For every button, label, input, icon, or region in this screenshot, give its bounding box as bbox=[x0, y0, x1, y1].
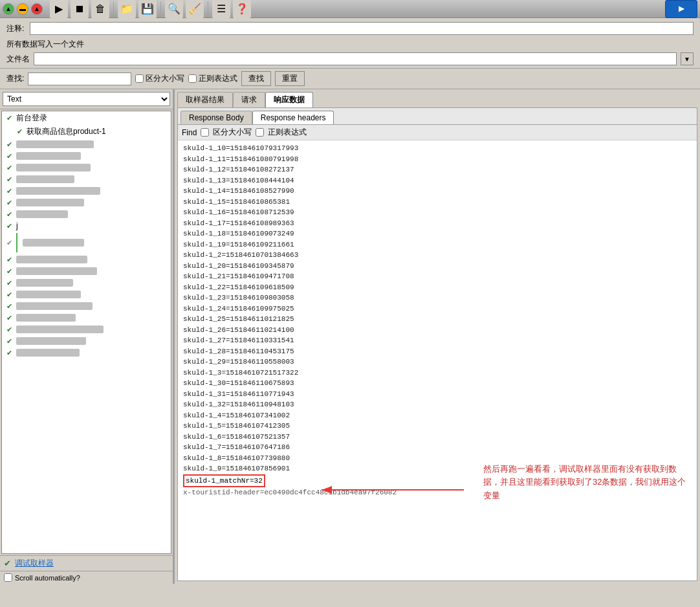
response-line: skuld-1_26=151846110214100 bbox=[183, 325, 692, 336]
find-case-checkbox[interactable] bbox=[201, 128, 209, 137]
minimize-btn[interactable]: ▬ bbox=[17, 3, 28, 15]
start-btn[interactable]: ▶ bbox=[665, 0, 697, 18]
debug-label[interactable]: 调试取样器 bbox=[15, 558, 54, 569]
shield-icon-blur-4: ✔ bbox=[5, 175, 14, 184]
tree-item-blur-4[interactable]: ✔ bbox=[2, 173, 171, 185]
response-line: skuld-1_18=151846109073249 bbox=[183, 228, 692, 239]
search-label: 查找: bbox=[6, 73, 24, 84]
search-input[interactable] bbox=[28, 72, 131, 85]
response-line: skuld-1_5=151846107412305 bbox=[183, 421, 692, 432]
response-line: skuld-1_12=151846108272137 bbox=[183, 164, 692, 175]
tree-item-blur-11[interactable]: ✔ bbox=[2, 277, 171, 289]
scroll-auto-checkbox[interactable] bbox=[4, 573, 12, 582]
sub-tab-response-headers[interactable]: Response headers bbox=[252, 111, 334, 124]
tree-item-blur-1[interactable]: ✔ bbox=[2, 138, 171, 150]
file-label: 文件名 bbox=[6, 54, 30, 65]
response-line: skuld-1_32=151846110948103 bbox=[183, 399, 692, 410]
reset-button[interactable]: 重置 bbox=[275, 71, 305, 86]
tree-item-blur-7[interactable]: ✔ bbox=[2, 208, 171, 220]
response-line: skuld-1_29=151846110558003 bbox=[183, 357, 692, 368]
shield-icon-blur-12: ✔ bbox=[5, 290, 14, 299]
regex-group: 正则表达式 bbox=[188, 73, 237, 84]
shield-icon-product: ✔ bbox=[15, 127, 24, 137]
file-input[interactable] bbox=[34, 52, 677, 65]
tab-request[interactable]: 请求 bbox=[233, 92, 265, 107]
regex-checkbox[interactable] bbox=[188, 74, 197, 83]
tree-item-blur-17[interactable]: ✔ bbox=[2, 347, 171, 359]
response-line: skuld-1_4=151846107341002 bbox=[183, 410, 692, 421]
run-icon[interactable]: ▶ bbox=[50, 0, 68, 18]
top-section: 注释: 所有数据写入一个文件 文件名 ▼ bbox=[0, 18, 700, 69]
view-type-dropdown[interactable]: Text bbox=[3, 92, 170, 106]
tree-item-blur-8[interactable]: ✔ bbox=[2, 232, 171, 254]
broom-icon[interactable]: 🧹 bbox=[186, 0, 204, 18]
tree-item-login[interactable]: ✔ 前台登录 bbox=[2, 111, 171, 125]
find-regex-label: 正则表达式 bbox=[268, 127, 307, 138]
tree-item-blur-9[interactable]: ✔ bbox=[2, 254, 171, 265]
shield-icon-blur-5: ✔ bbox=[5, 186, 14, 195]
response-line: skuld-1_7=151846107647186 bbox=[183, 442, 692, 453]
folder-icon[interactable]: 📁 bbox=[118, 0, 136, 18]
tree-item-blur-5[interactable]: ✔ bbox=[2, 185, 171, 197]
shield-icon-j: ✔ bbox=[5, 221, 14, 230]
response-line: skuld-1_9=151846107856901 bbox=[183, 463, 692, 474]
close-btn[interactable]: ▲ bbox=[31, 3, 43, 15]
help-icon[interactable]: ❓ bbox=[233, 0, 251, 18]
sub-tab-response-body[interactable]: Response Body bbox=[180, 111, 252, 124]
tree-item-blur-16[interactable]: ✔ bbox=[2, 335, 171, 347]
tree-item-blur-10[interactable]: ✔ bbox=[2, 265, 171, 277]
find-button[interactable]: 查找 bbox=[241, 71, 271, 86]
response-line: skuld-1_17=151846108989363 bbox=[183, 218, 692, 229]
shield-icon-blur-15: ✔ bbox=[5, 325, 14, 334]
list-icon[interactable]: ☰ bbox=[212, 0, 230, 18]
tree-item-product[interactable]: ✔ 获取商品信息product-1 bbox=[2, 125, 171, 138]
response-line: skuld-1_15=15184610865381 bbox=[183, 197, 692, 208]
find-regex-checkbox[interactable] bbox=[256, 128, 264, 137]
case-sensitive-checkbox[interactable] bbox=[135, 74, 144, 83]
tree-item-blur-6[interactable]: ✔ bbox=[2, 197, 171, 208]
tree-item-j[interactable]: ✔ j bbox=[2, 220, 171, 232]
notes-input[interactable] bbox=[30, 22, 694, 35]
maximize-btn[interactable]: ▲ bbox=[3, 3, 14, 15]
notes-label: 注释: bbox=[6, 23, 26, 34]
tree-item-blur-15[interactable]: ✔ bbox=[2, 324, 171, 335]
file-row: 文件名 ▼ bbox=[6, 52, 694, 65]
browse-btn[interactable]: ▼ bbox=[681, 52, 694, 65]
main-tabs-row: 取样器结果 请求 响应数据 bbox=[175, 89, 700, 107]
tree-area: ✔ 前台登录 ✔ 获取商品信息product-1 ✔ ✔ ✔ bbox=[1, 111, 171, 554]
tree-item-login-label: 前台登录 bbox=[16, 113, 47, 124]
response-line: skuld-1_30=151846110675893 bbox=[183, 378, 692, 389]
search-icon[interactable]: 🔍 bbox=[165, 0, 183, 18]
find-label: Find bbox=[182, 128, 197, 137]
right-panel: 取样器结果 请求 响应数据 Response Body Response bbox=[175, 89, 700, 584]
clear-icon[interactable]: 🗑 bbox=[91, 0, 109, 18]
tree-item-blur-13[interactable]: ✔ bbox=[2, 300, 171, 312]
tab-sampler-result[interactable]: 取样器结果 bbox=[177, 92, 233, 107]
shield-icon-blur-3: ✔ bbox=[5, 163, 14, 172]
tree-item-blur-14[interactable]: ✔ bbox=[2, 312, 171, 324]
response-content[interactable]: skuld-1_10=1518461079317993skuld-1_11=15… bbox=[178, 140, 697, 580]
tab-response-data[interactable]: 响应数据 bbox=[265, 92, 313, 107]
match-highlight-line: skuld-1_matchNr=32 bbox=[183, 474, 265, 488]
response-line: skuld-1_22=151846109618509 bbox=[183, 282, 692, 293]
find-case-label: 区分大小写 bbox=[213, 127, 252, 138]
response-line: skuld-1_16=151846108712539 bbox=[183, 207, 692, 218]
shield-icon-blur-10: ✔ bbox=[5, 267, 14, 276]
shield-icon-blur-16: ✔ bbox=[5, 337, 14, 346]
find-row: Find 区分大小写 正则表达式 bbox=[178, 125, 697, 140]
stop-icon[interactable]: ⏹ bbox=[71, 0, 89, 18]
shield-icon-blur-7: ✔ bbox=[5, 210, 14, 219]
tree-item-blur-2[interactable]: ✔ bbox=[2, 150, 171, 162]
response-line: skuld-1_14=151846108527990 bbox=[183, 186, 692, 197]
tree-item-blur-12[interactable]: ✔ bbox=[2, 289, 171, 300]
response-line: skuld-1_3=15184610721517322 bbox=[183, 368, 692, 379]
tree-item-blur-3[interactable]: ✔ bbox=[2, 162, 171, 173]
scroll-auto-label: Scroll automatically? bbox=[15, 574, 80, 582]
response-line: skuld-1_19=151846109211661 bbox=[183, 239, 692, 250]
regex-label: 正则表达式 bbox=[199, 73, 237, 84]
response-line: skuld-1_28=151846110453175 bbox=[183, 346, 692, 357]
left-panel: Text ✔ 前台登录 ✔ 获取商品信息product-1 ✔ bbox=[0, 89, 175, 584]
dropdown-row: Text bbox=[0, 89, 173, 109]
save-icon[interactable]: 💾 bbox=[138, 0, 157, 18]
shield-icon-blur-11: ✔ bbox=[5, 278, 14, 287]
